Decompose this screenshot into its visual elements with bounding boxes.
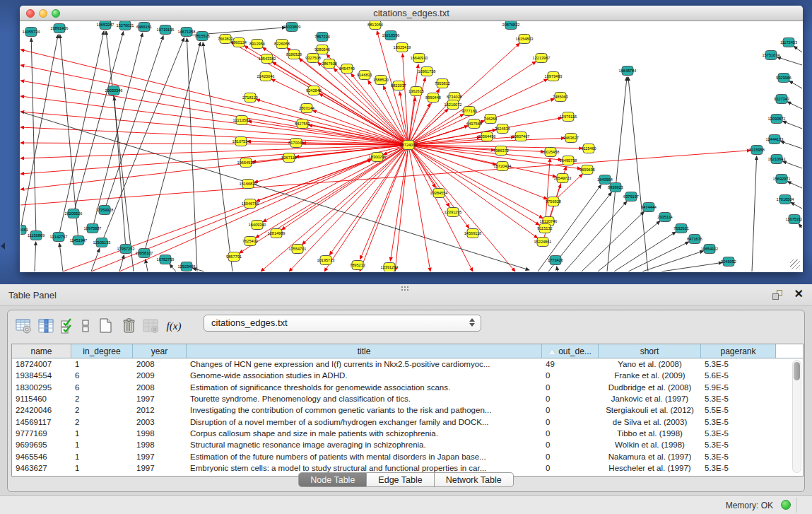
graph-node[interactable]: 2867608 [322, 59, 337, 69]
graph-node[interactable]: 9327508 [305, 54, 321, 63]
table-cell[interactable]: 0 [542, 452, 599, 461]
graph-node[interactable]: 8186328 [286, 50, 302, 59]
graph-node[interactable]: 1588520 [373, 76, 389, 85]
graph-node[interactable]: 16033809 [283, 23, 301, 32]
graph-node[interactable]: 9227343 [774, 95, 789, 104]
graph-node[interactable]: 8170046 [288, 139, 304, 148]
graph-node[interactable]: 12923468 [178, 262, 196, 271]
graph-node[interactable]: 8215958 [749, 146, 765, 155]
table-cell[interactable]: 5.3E-5 [701, 360, 776, 368]
table-cell[interactable]: 2009 [133, 371, 187, 380]
table-cell[interactable]: 9699695 [12, 440, 71, 449]
table-cell[interactable]: 1 [71, 360, 133, 368]
column-header-in_degree[interactable]: in_degree [71, 344, 133, 358]
graph-node[interactable]: 15751074 [763, 51, 780, 60]
table-cell[interactable]: 2 [71, 418, 133, 426]
table-row[interactable]: 977716911998Corpus callosum shape and si… [12, 428, 803, 439]
delete-column-button[interactable] [118, 317, 139, 335]
select-columns-button[interactable] [36, 317, 57, 335]
table-cell[interactable]: 2 [71, 395, 133, 403]
graph-node[interactable]: 20053346 [105, 86, 123, 95]
column-header-pagerank[interactable]: pagerank [701, 344, 776, 358]
graph-node[interactable]: 8226058 [274, 40, 290, 49]
graph-node[interactable]: 12391295 [445, 208, 462, 217]
table-cell[interactable]: Tibbo et al. (1998) [599, 429, 701, 438]
graph-node[interactable]: 9242848 [306, 86, 322, 95]
graph-node[interactable]: 17957253 [117, 245, 135, 254]
graph-node[interactable]: 14055724 [23, 28, 40, 37]
table-cell[interactable]: 9463627 [12, 464, 71, 472]
graph-node[interactable]: 7857224 [314, 33, 330, 42]
graph-node[interactable]: 2718120 [242, 93, 258, 103]
vertical-scrollbar[interactable] [792, 360, 801, 473]
table-cell[interactable]: Yano et al. (2008) [599, 360, 701, 368]
column-header-short[interactable]: short [599, 344, 701, 358]
graph-node[interactable]: 7986372 [493, 146, 509, 156]
table-cell[interactable]: 6 [71, 371, 133, 380]
table-cell[interactable]: 18300295 [12, 383, 71, 392]
graph-node[interactable]: 7815526 [194, 32, 210, 41]
table-cell[interactable]: 0 [542, 395, 599, 403]
graph-node[interactable]: 8912954 [249, 40, 265, 49]
table-cell[interactable]: 0 [542, 440, 599, 449]
table-cell[interactable]: 9777169 [12, 429, 71, 438]
graph-node[interactable]: 9245052 [721, 257, 736, 267]
table-cell[interactable]: 1 [71, 452, 133, 461]
graph-node[interactable]: 8427552 [295, 119, 310, 129]
graph-node[interactable]: 10654112 [701, 245, 718, 254]
graph-node[interactable]: 6379197 [623, 192, 639, 201]
graph-node[interactable]: 2803144 [299, 104, 314, 113]
graph-node[interactable]: 9463627 [563, 134, 579, 143]
graph-node[interactable]: 15046756 [242, 199, 259, 209]
graph-node[interactable]: 16648784 [619, 66, 637, 76]
graph-node[interactable]: 7625402 [242, 237, 258, 246]
graph-node[interactable]: 20876822 [502, 21, 520, 30]
graph-node[interactable]: 12814989 [268, 229, 286, 238]
column-header-title[interactable]: title [187, 344, 542, 358]
graph-node[interactable]: 16640910 [411, 54, 428, 63]
graph-node[interactable]: 8938923 [608, 183, 623, 192]
graph-node[interactable]: 7485063 [553, 93, 568, 102]
graph-node[interactable]: 20206526 [65, 209, 83, 218]
select-all-functions-button[interactable] [59, 317, 76, 335]
graph-node[interactable]: 9474444 [641, 203, 657, 212]
graph-node[interactable]: 9115460 [581, 144, 596, 153]
table-row[interactable]: 969969511998Structural magnetic resonanc… [12, 439, 803, 450]
table-cell[interactable]: 0 [542, 383, 599, 392]
table-select-dropdown[interactable]: citations_edges.txt [204, 315, 481, 332]
graph-node[interactable]: 9777169 [461, 107, 477, 116]
table-row[interactable]: 946554611997Estimation of the future num… [12, 450, 803, 462]
table-cell[interactable]: 5.3E-5 [701, 418, 776, 426]
table-cell[interactable]: Estimation of the future numbers of pati… [187, 452, 542, 461]
table-cell[interactable]: 18724007 [12, 360, 71, 368]
column-header-out_de[interactable]: out_de... [542, 344, 599, 358]
table-cell[interactable]: 0 [542, 429, 599, 438]
graph-node[interactable]: 11675313 [786, 215, 802, 224]
graph-node[interactable]: 18107554 [233, 137, 250, 146]
table-cell[interactable]: 5.3E-5 [701, 429, 776, 438]
graph-node[interactable]: 1362615 [408, 87, 424, 96]
graph-node[interactable]: 9329966 [776, 74, 792, 83]
graph-node[interactable]: 9756928 [546, 197, 561, 206]
table-cell[interactable]: 9115460 [12, 395, 71, 403]
graph-node[interactable]: 12444133 [766, 135, 784, 144]
close-panel-icon[interactable]: ✕ [794, 288, 804, 300]
graph-node[interactable]: 12975115 [560, 112, 577, 122]
table-cell[interactable]: 5.5E-5 [701, 406, 776, 414]
table-cell[interactable]: Dudbridge et al. (2008) [599, 383, 701, 392]
graph-node[interactable]: 10958107 [136, 249, 153, 258]
table-cell[interactable]: 5.9E-5 [701, 383, 776, 392]
graph-node[interactable]: 6497568 [466, 119, 482, 129]
table-cell[interactable]: Embryonic stem cells: a model to study s… [187, 464, 542, 472]
table-cell[interactable]: Disruption of a novel member of a sodium… [187, 418, 542, 426]
float-panel-icon[interactable] [772, 290, 784, 301]
graph-node[interactable]: 7955812 [435, 79, 450, 88]
graph-node[interactable]: 1773426 [548, 256, 563, 265]
panel-splitter-handle[interactable] [401, 286, 409, 291]
function-builder-button[interactable]: f(x) [163, 317, 184, 335]
table-cell[interactable]: 1997 [133, 452, 187, 461]
table-cell[interactable]: Genome-wide association studies in ADHD. [187, 371, 542, 380]
table-cell[interactable]: Investigating the contribution of common… [187, 406, 542, 414]
tab-network-table[interactable]: Network Table [435, 472, 514, 487]
graph-node[interactable]: 9699695 [579, 165, 595, 175]
